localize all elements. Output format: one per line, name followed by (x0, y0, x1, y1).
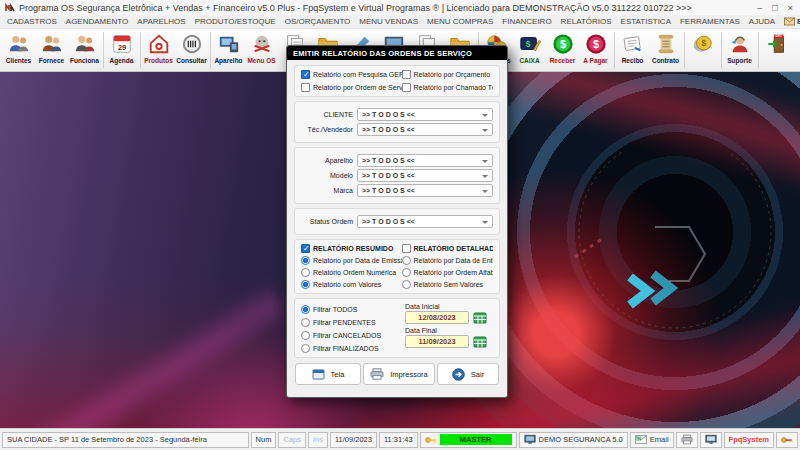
toolbar-separator (210, 32, 211, 68)
checkbox-icon (402, 83, 411, 92)
toolbar-moeda[interactable]: $ (686, 29, 719, 71)
toolbar-recibo[interactable]: Recibo (616, 29, 649, 71)
marca-select[interactable]: >> T O D O S << (357, 184, 493, 197)
svg-text:$: $ (559, 38, 565, 50)
status-brand[interactable]: FpqSystem (724, 432, 774, 448)
radio-filtrar-cancelados[interactable]: Filtrar CANCELADOS (301, 331, 399, 340)
status-monitor-button[interactable] (700, 432, 722, 448)
exit-arrow-icon (452, 368, 465, 381)
check-pesquisa-geral[interactable]: Relatório com Pesquisa GERAL (301, 70, 402, 79)
menu-compras[interactable]: MENU COMPRAS (427, 17, 493, 26)
check-por-orcamento[interactable]: Relatório por Orçamento (402, 70, 493, 79)
menu-ferramentas[interactable]: FERRAMENTAS (680, 17, 740, 26)
status-key-button[interactable] (776, 432, 798, 448)
cliente-select[interactable]: >> T O D O S << (357, 108, 493, 121)
impressora-button[interactable]: Impressora (363, 363, 435, 385)
radio-filtrar-finalizados[interactable]: Filtrar FINALIZADOS (301, 344, 399, 353)
sair-button[interactable]: Sair (437, 363, 499, 385)
status-ordem-select[interactable]: >> T O D O S << (357, 215, 493, 228)
chevron-down-icon (482, 221, 488, 227)
toolbar-aparelho[interactable]: Aparelho (212, 29, 245, 71)
status-printer-button[interactable] (676, 432, 698, 448)
menu-relatorios[interactable]: RELATÓRIOS (561, 17, 612, 26)
toolbar-menu-os[interactable]: Menu OS (245, 29, 278, 71)
data-inicial-input[interactable]: 12/08/2023 (405, 311, 469, 324)
menu-vendas[interactable]: MENU VENDAS (359, 17, 418, 26)
toolbar-receber[interactable]: $ Receber (546, 29, 579, 71)
employees-icon (71, 31, 99, 57)
radio-data-emissao[interactable]: Relatório por Data de Emissão (301, 256, 402, 265)
toolbar-fornecedores[interactable]: Fornece (35, 29, 68, 71)
maximize-icon[interactable]: □ (772, 3, 777, 13)
receipt-icon (619, 31, 647, 57)
device-icon (215, 31, 243, 57)
toolbar-clientes[interactable]: Clientes (2, 29, 35, 71)
menu-email[interactable]: E-MAIL (784, 17, 800, 26)
client-group: CLIENTE >> T O D O S << Téc./Vendedor >>… (294, 101, 500, 143)
minimize-icon[interactable]: – (757, 3, 762, 13)
chevron-down-icon (482, 190, 488, 196)
menu-financeiro[interactable]: FINANCEIRO (502, 17, 551, 26)
contract-icon (652, 31, 680, 57)
toolbar-separator (721, 32, 722, 68)
clients-icon (5, 31, 33, 57)
toolbar-contrato[interactable]: Contrato (649, 29, 682, 71)
lens-decoration (535, 152, 775, 392)
check-por-chamado-tecnico[interactable]: Relatório por Chamado Técnico (402, 83, 493, 92)
radio-filtrar-todos[interactable]: Filtrar TODOS (301, 305, 399, 314)
radio-ordem-alfabetica[interactable]: Relatório por Ordem Alfabética (402, 268, 493, 277)
radio-filtrar-pendentes[interactable]: Filtrar PENDENTES (301, 318, 399, 327)
modelo-select[interactable]: >> T O D O S << (357, 169, 493, 182)
check-relatorio-detalhado[interactable]: RELATÓRIO DETALHADO (402, 244, 493, 253)
menu-os-orcamento[interactable]: OS/ORÇAMENTO (285, 17, 351, 26)
dialog-body: Relatório com Pesquisa GERAL Relatório p… (287, 60, 507, 397)
menu-cadastros[interactable]: CADASTROS (7, 17, 57, 26)
printer-icon (681, 434, 693, 445)
dialog-title-bar[interactable]: EMITIR RELATÓRIO DAS ORDENS DE SERVIÇO (287, 46, 507, 60)
toolbar-sair[interactable]: EXIT (760, 29, 793, 71)
radio-data-entrega[interactable]: Relatório por Data de Entrega (402, 256, 493, 265)
check-por-ordem-servico[interactable]: Relatório por Ordem de Serviço (301, 83, 402, 92)
radio-icon (301, 344, 310, 353)
status-num-lock: Num (251, 432, 277, 448)
menu-aparelhos[interactable]: APARELHOS (137, 17, 185, 26)
menu-ajuda[interactable]: AJUDA (749, 17, 775, 26)
menu-produto-estoque[interactable]: PRODUTO/ESTOQUE (195, 17, 276, 26)
toolbar-agenda[interactable]: 29 Agenda (105, 29, 138, 71)
toolbar-separator (140, 32, 141, 68)
radio-ordem-numerica[interactable]: Relatório Ordem Numérica (301, 268, 402, 277)
radio-com-valores[interactable]: Relatório com Valores (301, 280, 402, 289)
radio-sem-valores[interactable]: Relatório Sem Valores (402, 280, 493, 289)
menu-estatistica[interactable]: ESTATISTICA (621, 17, 671, 26)
close-icon[interactable]: × (788, 3, 793, 13)
calendar-picker-icon[interactable] (472, 335, 487, 348)
status-email-button[interactable]: Email (630, 432, 674, 448)
tecnico-vendedor-label: Téc./Vendedor (301, 126, 353, 133)
toolbar-suporte[interactable]: Suporte (723, 29, 756, 71)
data-final-input[interactable]: 11/09/2023 (405, 335, 469, 348)
calendar-picker-icon[interactable] (472, 311, 487, 324)
tecnico-vendedor-select[interactable]: >> T O D O S << (357, 123, 493, 136)
status-user: MASTER (440, 434, 512, 445)
toolbar-produtos[interactable]: Produtos (142, 29, 175, 71)
toolbar-a-pagar[interactable]: $ A Pagar (579, 29, 612, 71)
svg-text:$: $ (701, 39, 706, 48)
toolbar-caixa[interactable]: $ CAIXA (513, 29, 546, 71)
radio-icon (301, 318, 310, 327)
modelo-label: Modelo (301, 172, 353, 179)
email-menu-icon (784, 17, 795, 26)
radio-icon (301, 256, 310, 265)
toolbar-funcionarios[interactable]: Funciona (68, 29, 101, 71)
title-bar: Programa OS Segurança Eletrônica + Venda… (0, 0, 800, 15)
radio-icon (402, 256, 411, 265)
toolbar-separator (614, 32, 615, 68)
check-relatorio-resumido[interactable]: RELATÓRIO RESUMIDO (301, 244, 402, 253)
tela-button[interactable]: Tela (295, 363, 361, 385)
key-icon (781, 435, 793, 445)
aparelho-select[interactable]: >> T O D O S << (357, 154, 493, 167)
menu-agendamento[interactable]: AGENDAMENTO (66, 17, 129, 26)
dialog-title: EMITIR RELATÓRIO DAS ORDENS DE SERVIÇO (293, 49, 472, 58)
svg-text:29: 29 (117, 43, 125, 52)
status-user-panel: MASTER (420, 432, 517, 448)
toolbar-consultar[interactable]: Consultar (175, 29, 208, 71)
